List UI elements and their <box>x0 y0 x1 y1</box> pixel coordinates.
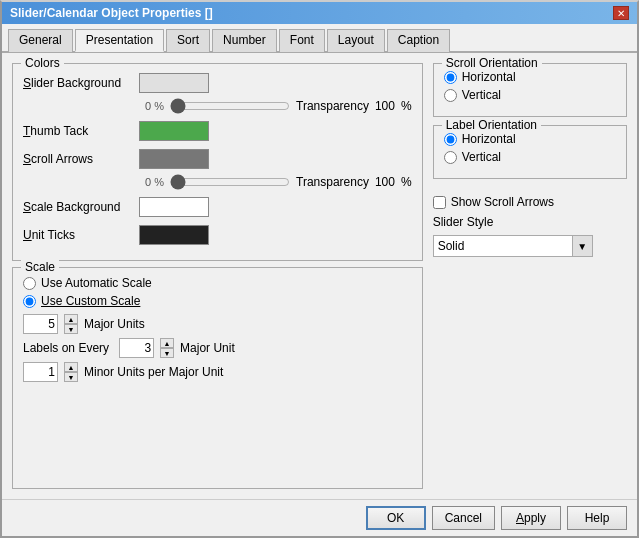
left-panel: Colors Slider Background 0 % Transparenc… <box>12 63 423 489</box>
tab-content: Colors Slider Background 0 % Transparenc… <box>2 53 637 499</box>
tab-general[interactable]: General <box>8 29 73 52</box>
labels-every-up[interactable]: ▲ <box>160 338 174 348</box>
scroll-orient-radios: Horizontal Vertical <box>444 70 616 102</box>
label-horizontal-radio[interactable] <box>444 133 457 146</box>
unit-ticks-row: Unit Ticks <box>23 222 412 248</box>
minor-units-spinner: ▲ ▼ <box>64 362 78 382</box>
trans1-pct: % <box>401 99 412 113</box>
scroll-horizontal-label: Horizontal <box>462 70 516 84</box>
tab-number[interactable]: Number <box>212 29 277 52</box>
minor-units-up[interactable]: ▲ <box>64 362 78 372</box>
auto-scale-radio[interactable] <box>23 277 36 290</box>
colors-section: Colors Slider Background 0 % Transparenc… <box>12 63 423 261</box>
scroll-orient-title: Scroll Orientation <box>442 56 542 70</box>
right-panel: Scroll Orientation Horizontal Vertical <box>433 63 627 489</box>
scroll-arrows-row: Scroll Arrows <box>23 146 412 172</box>
scale-bg-label: Scale Background <box>23 200 133 214</box>
slider-style-select[interactable]: Solid Gradient None <box>433 235 573 257</box>
major-units-row: ▲ ▼ Major Units <box>23 314 412 334</box>
trans1-left-pct: 0 % <box>139 100 164 112</box>
cancel-button[interactable]: Cancel <box>432 506 495 530</box>
help-button[interactable]: Help <box>567 506 627 530</box>
tab-caption[interactable]: Caption <box>387 29 450 52</box>
tab-font[interactable]: Font <box>279 29 325 52</box>
apply-button[interactable]: Apply <box>501 506 561 530</box>
label-vertical-row: Vertical <box>444 150 616 164</box>
auto-scale-row: Use Automatic Scale <box>23 276 412 290</box>
labels-every-input[interactable] <box>119 338 154 358</box>
thumb-tack-row: Thumb Tack <box>23 118 412 144</box>
title-bar: Slider/Calendar Object Properties [] ✕ <box>2 2 637 24</box>
trans1-label: Transparency <box>296 99 369 113</box>
scale-bg-row: Scale Background <box>23 194 412 220</box>
button-bar: OK Cancel Apply Help <box>2 499 637 536</box>
minor-units-row: ▲ ▼ Minor Units per Major Unit <box>23 362 412 382</box>
trans1-value: 100 <box>375 99 395 113</box>
minor-units-label: Minor Units per Major Unit <box>84 365 223 379</box>
slider-style-label-row: Slider Style <box>433 215 627 229</box>
thumb-tack-swatch[interactable] <box>139 121 209 141</box>
scroll-vertical-radio[interactable] <box>444 89 457 102</box>
slider-bg-label: Slider Background <box>23 76 133 90</box>
labels-every-down[interactable]: ▼ <box>160 348 174 358</box>
slider-style-label: Slider Style <box>433 215 494 229</box>
label-horizontal-label: Horizontal <box>462 132 516 146</box>
slider-style-dropdown-arrow[interactable]: ▼ <box>573 235 593 257</box>
scroll-vertical-label: Vertical <box>462 88 501 102</box>
trans2-left-pct: 0 % <box>139 176 164 188</box>
label-horizontal-row: Horizontal <box>444 132 616 146</box>
custom-scale-radio[interactable] <box>23 295 36 308</box>
label-vertical-label: Vertical <box>462 150 501 164</box>
major-units-down[interactable]: ▼ <box>64 324 78 334</box>
scale-radio-group: Use Automatic Scale Use Custom Scale <box>23 276 412 308</box>
scale-bg-swatch[interactable] <box>139 197 209 217</box>
labels-every-prefix: Labels on Every <box>23 341 109 355</box>
scale-section: Scale Use Automatic Scale Use Custom Sca… <box>12 267 423 489</box>
custom-scale-row: Use Custom Scale <box>23 294 412 308</box>
major-units-spinner: ▲ ▼ <box>64 314 78 334</box>
window-title: Slider/Calendar Object Properties [] <box>10 6 213 20</box>
labels-every-spinner: ▲ ▼ <box>160 338 174 358</box>
thumb-tack-label: Thumb Tack <box>23 124 133 138</box>
tab-sort[interactable]: Sort <box>166 29 210 52</box>
scale-title: Scale <box>21 260 59 274</box>
colors-title: Colors <box>21 56 64 70</box>
transparency1-slider[interactable] <box>170 98 290 114</box>
custom-scale-label: Use Custom Scale <box>41 294 140 308</box>
transparency2-slider[interactable] <box>170 174 290 190</box>
tab-presentation[interactable]: Presentation <box>75 29 164 52</box>
label-vertical-radio[interactable] <box>444 151 457 164</box>
scroll-horizontal-row: Horizontal <box>444 70 616 84</box>
ok-button[interactable]: OK <box>366 506 426 530</box>
auto-scale-label: Use Automatic Scale <box>41 276 152 290</box>
transparency-row-1: 0 % Transparency 100 % <box>139 98 412 114</box>
main-area: Colors Slider Background 0 % Transparenc… <box>12 63 627 489</box>
scroll-vertical-row: Vertical <box>444 88 616 102</box>
major-units-up[interactable]: ▲ <box>64 314 78 324</box>
scroll-arrows-swatch[interactable] <box>139 149 209 169</box>
minor-units-down[interactable]: ▼ <box>64 372 78 382</box>
major-units-label: Major Units <box>84 317 145 331</box>
close-button[interactable]: ✕ <box>613 6 629 20</box>
slider-style-control: Solid Gradient None ▼ <box>433 235 627 257</box>
minor-units-input[interactable] <box>23 362 58 382</box>
unit-ticks-swatch[interactable] <box>139 225 209 245</box>
tab-layout[interactable]: Layout <box>327 29 385 52</box>
unit-ticks-label: Unit Ticks <box>23 228 133 242</box>
slider-bg-swatch[interactable] <box>139 73 209 93</box>
show-scroll-checkbox[interactable] <box>433 196 446 209</box>
slider-bg-row: Slider Background <box>23 70 412 96</box>
labels-every-row: Labels on Every ▲ ▼ Major Unit <box>23 338 412 358</box>
tabs-bar: General Presentation Sort Number Font La… <box>2 24 637 53</box>
scroll-horizontal-radio[interactable] <box>444 71 457 84</box>
label-orient-radios: Horizontal Vertical <box>444 132 616 164</box>
main-window: Slider/Calendar Object Properties [] ✕ G… <box>0 0 639 538</box>
show-scroll-label: Show Scroll Arrows <box>451 195 554 209</box>
trans2-value: 100 <box>375 175 395 189</box>
major-units-input[interactable] <box>23 314 58 334</box>
trans2-pct: % <box>401 175 412 189</box>
transparency-row-2: 0 % Transparency 100 % <box>139 174 412 190</box>
slider-style-section: Show Scroll Arrows Slider Style Solid Gr… <box>433 195 627 257</box>
scroll-orientation-group: Scroll Orientation Horizontal Vertical <box>433 63 627 117</box>
label-orientation-group: Label Orientation Horizontal Vertical <box>433 125 627 179</box>
